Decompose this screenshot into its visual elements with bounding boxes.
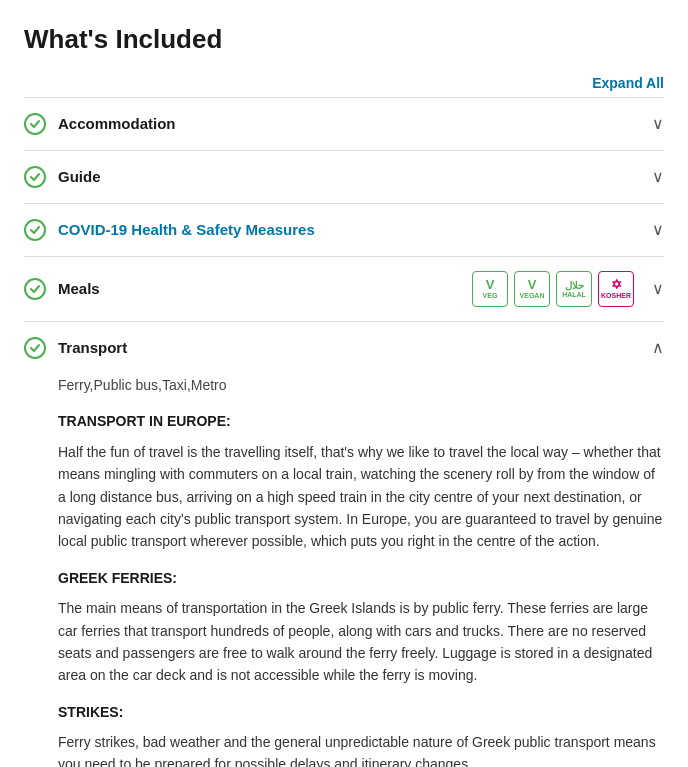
section-text: Ferry strikes, bad weather and the gener… bbox=[58, 731, 664, 767]
chevron-icon-guide: ∨ bbox=[652, 165, 664, 189]
meal-badges: VVEGVVEGANحلالHALAL✡KOSHER bbox=[472, 271, 634, 307]
badge-kosher: ✡KOSHER bbox=[598, 271, 634, 307]
chevron-icon-transport: ∧ bbox=[652, 336, 664, 360]
accordion-label-meals: Meals bbox=[58, 278, 472, 301]
accordion-item-meals: MealsVVEGVVEGANحلالHALAL✡KOSHER∨ bbox=[24, 256, 664, 321]
expand-all-button[interactable]: Expand All bbox=[592, 75, 664, 91]
accordion-header-covid[interactable]: COVID-19 Health & Safety Measures∨ bbox=[24, 204, 664, 256]
badge-veg: VVEG bbox=[472, 271, 508, 307]
accordion-label-accommodation: Accommodation bbox=[58, 113, 644, 136]
accordion-label-transport: Transport bbox=[58, 337, 644, 360]
accordion-item-accommodation: Accommodation∨ bbox=[24, 97, 664, 150]
accordion-header-guide[interactable]: Guide∨ bbox=[24, 151, 664, 203]
accordion-header-meals[interactable]: MealsVVEGVVEGANحلالHALAL✡KOSHER∨ bbox=[24, 257, 664, 321]
badge-halal: حلالHALAL bbox=[556, 271, 592, 307]
badge-vegan: VVEGAN bbox=[514, 271, 550, 307]
section-heading: TRANSPORT IN EUROPE: bbox=[58, 410, 664, 432]
accordion-body-transport: Ferry,Public bus,Taxi,MetroTRANSPORT IN … bbox=[24, 374, 664, 767]
page-title: What's Included bbox=[24, 20, 664, 59]
accordion-header-transport[interactable]: Transport∧ bbox=[24, 322, 664, 374]
chevron-icon-meals: ∨ bbox=[652, 277, 664, 301]
chevron-icon-accommodation: ∨ bbox=[652, 112, 664, 136]
chevron-icon-covid: ∨ bbox=[652, 218, 664, 242]
accordion-label-guide: Guide bbox=[58, 166, 644, 189]
check-icon bbox=[24, 278, 46, 300]
accordion-header-accommodation[interactable]: Accommodation∨ bbox=[24, 98, 664, 150]
check-icon bbox=[24, 219, 46, 241]
check-icon bbox=[24, 113, 46, 135]
accordion-label-covid: COVID-19 Health & Safety Measures bbox=[58, 219, 644, 242]
section-heading: GREEK FERRIES: bbox=[58, 567, 664, 589]
accordion-item-transport: Transport∧Ferry,Public bus,Taxi,MetroTRA… bbox=[24, 321, 664, 767]
whats-included-container: What's Included Expand All Accommodation… bbox=[0, 0, 688, 767]
section-heading: STRIKES: bbox=[58, 701, 664, 723]
check-icon bbox=[24, 166, 46, 188]
check-icon bbox=[24, 337, 46, 359]
section-text: Half the fun of travel is the travelling… bbox=[58, 441, 664, 553]
expand-all-row: Expand All bbox=[24, 75, 664, 91]
accordion-item-covid: COVID-19 Health & Safety Measures∨ bbox=[24, 203, 664, 256]
transport-types: Ferry,Public bus,Taxi,Metro bbox=[58, 374, 664, 396]
section-text: The main means of transportation in the … bbox=[58, 597, 664, 687]
accordion-item-guide: Guide∨ bbox=[24, 150, 664, 203]
accordion: Accommodation∨ Guide∨ COVID-19 Health & … bbox=[24, 97, 664, 767]
